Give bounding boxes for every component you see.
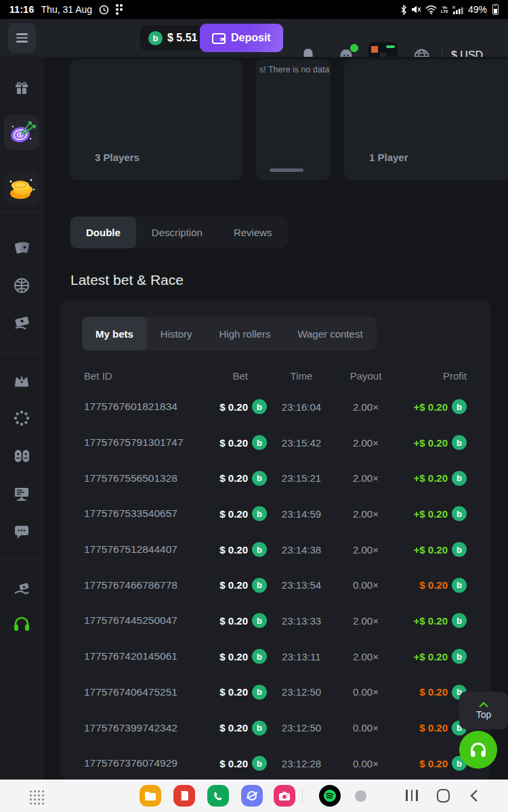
bet-payout: 2.00× <box>336 437 396 449</box>
nav-recents-button[interactable] <box>406 790 418 801</box>
bet-profit: +$ 0.20b <box>396 542 467 557</box>
bet-amount: $ 0.20b <box>191 435 267 450</box>
bet-amount: $ 0.20b <box>191 613 267 628</box>
game-card-middle[interactable]: s! There is no data <box>256 60 331 180</box>
table-row[interactable]: 1775767533540657 $ 0.20b 23:14:59 2.00× … <box>60 496 490 532</box>
tab-double[interactable]: Double <box>70 217 136 248</box>
tab-history[interactable]: History <box>147 317 206 351</box>
coin-icon: b <box>452 399 467 414</box>
bet-payout: 2.00× <box>336 401 396 413</box>
bet-payout: 2.00× <box>336 544 396 556</box>
monitor-icon <box>13 486 30 502</box>
sidebar-item-roulette[interactable] <box>4 401 39 436</box>
sidebar-item-affiliate[interactable] <box>4 572 39 608</box>
bet-payout: 2.00× <box>336 615 396 627</box>
crown-icon <box>13 372 30 388</box>
sidebar-item-forum[interactable] <box>4 514 39 549</box>
game-card-right[interactable]: 1 Player <box>344 60 508 180</box>
table-row[interactable]: 1775767556501328 $ 0.20b 23:15:21 2.00× … <box>60 460 490 496</box>
tab-description[interactable]: Description <box>136 217 218 248</box>
coin-icon: b <box>252 471 267 486</box>
coin-icon: b <box>252 756 267 771</box>
table-row[interactable]: 1775767376074929 $ 0.20b 23:12:28 0.00× … <box>60 746 490 782</box>
mute-icon <box>411 5 421 14</box>
coin-icon: b <box>252 578 267 593</box>
recent-app-icon[interactable] <box>355 790 366 802</box>
internet-app-icon[interactable] <box>241 785 263 807</box>
bet-payout: 0.00× <box>336 579 396 591</box>
sidebar-item-slots[interactable] <box>4 438 39 474</box>
sidebar-item-live[interactable] <box>4 476 39 512</box>
sidebar-item-sports[interactable] <box>4 268 39 303</box>
nav-back-button[interactable] <box>470 789 478 805</box>
coin-icon: b <box>252 542 267 557</box>
table-row[interactable]: 1775767445250047 $ 0.20b 23:13:33 2.00× … <box>60 603 490 639</box>
coin-icon: b <box>452 578 467 593</box>
hand-money-icon <box>13 582 31 598</box>
sidebar-item-vip[interactable] <box>4 363 39 398</box>
table-row[interactable]: 1775767420145061 $ 0.20b 23:13:11 2.00× … <box>60 639 490 675</box>
bet-amount: $ 0.20b <box>191 542 267 557</box>
tab-reviews[interactable]: Reviews <box>218 217 288 248</box>
spotify-app-icon[interactable] <box>319 785 341 807</box>
headphones-icon <box>468 741 488 759</box>
coin-icon: b <box>452 542 467 557</box>
files-app-icon[interactable] <box>140 785 161 807</box>
coin-icon: b <box>452 506 467 521</box>
apps-grid-button[interactable] <box>30 790 44 805</box>
sidebar-item-bonus[interactable] <box>4 70 39 106</box>
bet-id: 1775767420145061 <box>84 650 191 662</box>
table-header: Bet ID Bet Time Payout Profit <box>60 362 490 389</box>
balance-amount: $ 5.51 <box>167 32 197 44</box>
support-chat-button[interactable] <box>459 731 497 769</box>
phone-app-icon[interactable] <box>207 785 229 807</box>
sidebar-item-coins[interactable] <box>4 171 39 206</box>
battery-percent: 49% <box>468 4 487 15</box>
bet-id: 17757675791301747 <box>84 436 191 449</box>
coin-icon: b <box>452 649 467 664</box>
players-count: 3 Players <box>95 152 140 163</box>
menu-button[interactable] <box>8 23 36 53</box>
sidebar-item-casino[interactable] <box>4 230 39 265</box>
bets-table-body: 1775767601821834 $ 0.20b 23:16:04 2.00× … <box>60 389 490 782</box>
col-bet: Bet <box>191 370 267 382</box>
bet-time: 23:15:21 <box>267 472 336 484</box>
table-row[interactable]: 1775767601821834 $ 0.20b 23:16:04 2.00× … <box>60 389 490 425</box>
nav-home-button[interactable] <box>437 789 450 803</box>
bet-id: 1775767601821834 <box>84 401 191 413</box>
chevron-up-icon <box>478 702 489 708</box>
bet-amount: $ 0.20b <box>191 506 267 521</box>
table-row[interactable]: 1775767406475251 $ 0.20b 23:12:50 0.00× … <box>60 675 490 710</box>
game-card-left[interactable]: 3 Players <box>70 60 242 180</box>
tab-my-bets[interactable]: My bets <box>82 317 147 351</box>
tab-high-rollers[interactable]: High rollers <box>206 317 284 351</box>
online-dot <box>350 44 358 52</box>
table-row[interactable]: 1775767512844407 $ 0.20b 23:14:38 2.00× … <box>60 532 490 568</box>
bet-time: 23:14:59 <box>267 508 336 520</box>
bet-time: 23:12:50 <box>267 722 336 734</box>
signal-icon: R <box>452 5 464 15</box>
bet-payout: 2.00× <box>336 508 396 520</box>
deposit-button[interactable]: Deposit <box>200 24 283 52</box>
gift-icon <box>14 80 30 96</box>
camera-app-icon[interactable] <box>274 785 295 807</box>
table-row[interactable]: 17757675791301747 $ 0.20b 23:15:42 2.00×… <box>60 425 490 461</box>
sidebar-item-double-active[interactable] <box>4 115 39 150</box>
tab-wager-contest[interactable]: Wager contest <box>284 317 376 351</box>
red-app-icon[interactable] <box>173 785 195 807</box>
table-row[interactable]: 1775767399742342 $ 0.20b 23:12:50 0.00× … <box>60 710 490 746</box>
capsules-icon <box>13 448 31 464</box>
bet-profit: $ 0.20b <box>396 721 467 736</box>
scroll-top-label: Top <box>476 709 492 720</box>
bet-id: 1775767512844407 <box>84 543 191 556</box>
table-row[interactable]: 1775767466786778 $ 0.20b 23:13:54 0.00× … <box>60 567 490 603</box>
coin-icon: b <box>252 435 267 450</box>
coin-icon: b <box>252 649 267 664</box>
cards-icon <box>13 239 30 256</box>
sidebar-item-support[interactable] <box>4 606 39 641</box>
scroll-top-button[interactable]: Top <box>459 692 508 729</box>
bets-tabs: My bets History High rollers Wager conte… <box>82 317 377 351</box>
col-payout: Payout <box>336 370 396 382</box>
scrollbar-thumb[interactable] <box>270 168 303 172</box>
sidebar-item-lottery[interactable] <box>4 306 39 341</box>
